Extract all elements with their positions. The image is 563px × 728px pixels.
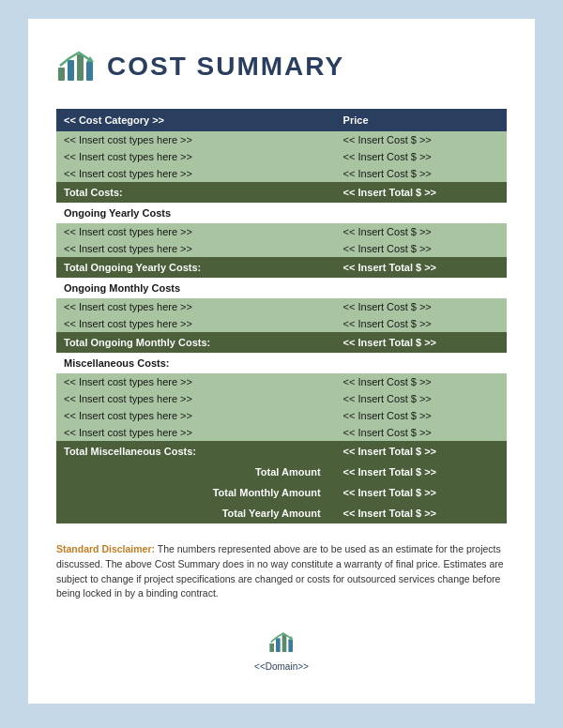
col-header-price: Price (336, 109, 507, 131)
cost-price: << Insert Cost $ >> (336, 373, 507, 390)
svg-rect-5 (269, 644, 274, 652)
table-row: << Insert cost types here >><< Insert Co… (56, 223, 507, 240)
cost-category: << Insert cost types here >> (56, 390, 336, 407)
summary-value: << Insert Total $ >> (336, 462, 507, 482)
page-title: COST SUMMARY (107, 52, 344, 82)
total-row: Total Miscellaneous Costs:<< Insert Tota… (56, 441, 507, 462)
summary-value: << Insert Total $ >> (336, 482, 507, 503)
svg-rect-2 (77, 54, 84, 81)
table-row: << Insert cost types here >><< Insert Co… (56, 240, 507, 257)
total-value: << Insert Total $ >> (336, 257, 507, 278)
cost-category: << Insert cost types here >> (56, 165, 336, 182)
table-row: << Insert cost types here >><< Insert Co… (56, 131, 507, 148)
summary-row: Total Amount<< Insert Total $ >> (56, 462, 507, 482)
table-row: << Insert cost types here >><< Insert Co… (56, 298, 507, 315)
section-heading: Ongoing Yearly Costs (56, 203, 507, 223)
cost-category: << Insert cost types here >> (56, 424, 336, 441)
table-row: << Insert cost types here >><< Insert Co… (56, 424, 507, 441)
footer-logo-icon (266, 629, 297, 656)
cost-table: << Cost Category >> Price << Insert cost… (56, 109, 507, 523)
total-value: << Insert Total $ >> (336, 332, 507, 353)
cost-price: << Insert Cost $ >> (336, 131, 507, 148)
svg-rect-8 (288, 640, 293, 652)
col-header-category: << Cost Category >> (56, 109, 336, 131)
cost-category: << Insert cost types here >> (56, 315, 336, 332)
cost-category: << Insert cost types here >> (56, 148, 336, 165)
total-label: Total Ongoing Monthly Costs: (56, 332, 336, 353)
total-label: Total Miscellaneous Costs: (56, 441, 336, 462)
svg-rect-1 (68, 60, 74, 81)
section-heading-row: Miscellaneous Costs: (56, 353, 507, 373)
page: COST SUMMARY << Cost Category >> Price <… (28, 19, 535, 704)
footer-domain: <<Domain>> (56, 661, 507, 672)
total-value: << Insert Total $ >> (336, 182, 507, 203)
header: COST SUMMARY (56, 47, 507, 86)
section-heading: Ongoing Monthly Costs (56, 278, 507, 298)
cost-category: << Insert cost types here >> (56, 407, 336, 424)
total-row: Total Ongoing Monthly Costs:<< Insert To… (56, 332, 507, 353)
footer: <<Domain>> (56, 629, 507, 672)
summary-label: Total Amount (56, 462, 336, 482)
cost-price: << Insert Cost $ >> (336, 240, 507, 257)
total-value: << Insert Total $ >> (336, 441, 507, 462)
summary-row: Total Monthly Amount<< Insert Total $ >> (56, 482, 507, 503)
summary-label: Total Monthly Amount (56, 482, 336, 503)
cost-price: << Insert Cost $ >> (336, 315, 507, 332)
svg-rect-0 (58, 68, 65, 81)
cost-price: << Insert Cost $ >> (336, 298, 507, 315)
cost-price: << Insert Cost $ >> (336, 407, 507, 424)
table-row: << Insert cost types here >><< Insert Co… (56, 165, 507, 182)
summary-row: Total Yearly Amount<< Insert Total $ >> (56, 503, 507, 523)
svg-rect-3 (86, 62, 93, 81)
cost-price: << Insert Cost $ >> (336, 223, 507, 240)
cost-price: << Insert Cost $ >> (336, 165, 507, 182)
table-row: << Insert cost types here >><< Insert Co… (56, 148, 507, 165)
svg-rect-6 (276, 638, 281, 652)
section-heading-row: Ongoing Yearly Costs (56, 203, 507, 223)
summary-label: Total Yearly Amount (56, 503, 336, 523)
cost-category: << Insert cost types here >> (56, 298, 336, 315)
total-label: Total Ongoing Yearly Costs: (56, 257, 336, 278)
disclaimer-label: Standard Disclaimer: (56, 543, 155, 554)
cost-price: << Insert Cost $ >> (336, 424, 507, 441)
table-row: << Insert cost types here >><< Insert Co… (56, 315, 507, 332)
table-row: << Insert cost types here >><< Insert Co… (56, 407, 507, 424)
section-heading-row: Ongoing Monthly Costs (56, 278, 507, 298)
cost-price: << Insert Cost $ >> (336, 390, 507, 407)
cost-category: << Insert cost types here >> (56, 373, 336, 390)
cost-price: << Insert Cost $ >> (336, 148, 507, 165)
svg-rect-7 (282, 634, 287, 652)
logo-icon (56, 47, 96, 86)
table-row: << Insert cost types here >><< Insert Co… (56, 390, 507, 407)
section-heading: Miscellaneous Costs: (56, 353, 507, 373)
cost-category: << Insert cost types here >> (56, 240, 336, 257)
total-row: Total Costs:<< Insert Total $ >> (56, 182, 507, 203)
cost-category: << Insert cost types here >> (56, 223, 336, 240)
disclaimer: Standard Disclaimer: The numbers represe… (56, 542, 507, 601)
total-label: Total Costs: (56, 182, 336, 203)
total-row: Total Ongoing Yearly Costs:<< Insert Tot… (56, 257, 507, 278)
summary-value: << Insert Total $ >> (336, 503, 507, 523)
cost-category: << Insert cost types here >> (56, 131, 336, 148)
table-row: << Insert cost types here >><< Insert Co… (56, 373, 507, 390)
